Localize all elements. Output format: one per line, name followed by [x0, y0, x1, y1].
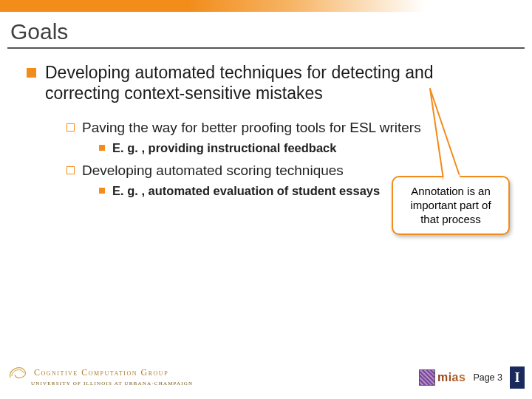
org-logo: Cognitive Computation Group UNIVERSITY O…	[7, 364, 193, 386]
mias-square-icon	[419, 369, 435, 386]
footer: Cognitive Computation Group UNIVERSITY O…	[0, 359, 532, 392]
square-filled-icon	[27, 68, 36, 78]
square-outline-icon	[66, 166, 75, 174]
callout: Annotation is an important part of that …	[392, 176, 510, 235]
callout-box: Annotation is an important part of that …	[392, 176, 510, 235]
square-outline-icon	[66, 123, 75, 132]
bullet2a-text: Paving the way for better proofing tools…	[82, 119, 421, 137]
footer-right: mias Page 3 I	[419, 366, 525, 389]
illinois-initial: I	[514, 370, 519, 386]
bullet3a-text: E. g. , providing instructional feedback	[112, 140, 336, 156]
callout-pointer-icon	[429, 89, 466, 179]
org-subline: UNIVERSITY OF ILLINOIS AT URBANA-CHAMPAI…	[31, 381, 193, 386]
slide-title: Goals	[10, 19, 532, 44]
callout-text: Annotation is an important part of that …	[410, 185, 491, 225]
square-small-icon	[99, 188, 105, 194]
bullet2b-text: Developing automated scoring techniques	[82, 162, 344, 180]
swirl-icon	[7, 364, 28, 381]
page-number: Page 3	[473, 372, 502, 383]
bullet3b-text: E. g. , automated evaluation of student …	[112, 183, 380, 199]
bullet1-text: Developing automated techniques for dete…	[45, 62, 451, 105]
illinois-block-icon: I	[510, 366, 525, 389]
square-small-icon	[99, 145, 105, 151]
title-underline	[7, 47, 525, 49]
mias-logo: mias	[419, 369, 466, 386]
mias-text: mias	[437, 371, 466, 384]
gradient-top-bar	[0, 0, 532, 12]
org-name: Cognitive Computation Group	[34, 367, 168, 378]
